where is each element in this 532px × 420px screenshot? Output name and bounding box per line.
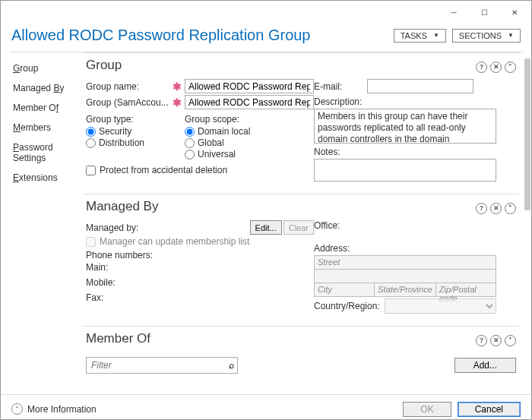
phone-numbers-label: Phone numbers: bbox=[86, 250, 314, 261]
radio-universal-label: Universal bbox=[198, 149, 236, 159]
caret-down-icon: ▼ bbox=[508, 32, 514, 39]
country-label: Country/Region: bbox=[314, 301, 380, 311]
chevron-up-icon[interactable]: ˄ bbox=[11, 403, 23, 415]
ok-button: OK bbox=[403, 402, 451, 417]
add-button[interactable]: Add... bbox=[454, 358, 516, 373]
sidebar-item-member-of[interactable]: Member Of bbox=[13, 98, 83, 118]
collapse-icon[interactable]: ˄ bbox=[505, 335, 516, 346]
notes-label: Notes: bbox=[314, 147, 516, 157]
main-content: Group ? ✕ ˄ Group name: ✱ Group (SamAcco… bbox=[83, 52, 531, 394]
header: Allowed RODC Password Replication Group … bbox=[1, 24, 531, 52]
sidebar-item-extensions[interactable]: Extensions bbox=[13, 168, 83, 188]
manager-update-label: Manager can update membership list bbox=[100, 236, 249, 247]
protect-label: Protect from accidental deletion bbox=[100, 165, 227, 175]
description-textarea[interactable]: Members in this group can have their pas… bbox=[314, 109, 496, 144]
section-member-of: Member Of ? ✕ ˄ ⌕ Add... bbox=[83, 326, 519, 378]
scrollbar-thumb[interactable] bbox=[524, 58, 530, 210]
group-name-label: Group name: bbox=[86, 81, 169, 92]
city-input[interactable]: City bbox=[314, 283, 375, 297]
help-icon[interactable]: ? bbox=[476, 203, 487, 214]
radio-domain-local[interactable] bbox=[185, 127, 195, 137]
required-icon: ✱ bbox=[169, 81, 185, 93]
main-phone-label: Main: bbox=[86, 262, 108, 273]
group-type-label: Group type: bbox=[86, 114, 185, 125]
manager-update-checkbox bbox=[86, 237, 96, 247]
group-sam-input[interactable] bbox=[185, 95, 314, 109]
tasks-label: TASKS bbox=[401, 31, 427, 40]
country-select bbox=[385, 298, 496, 314]
radio-domain-label: Domain local bbox=[198, 126, 250, 137]
sidebar: Group Managed By Member Of Members Passw… bbox=[1, 52, 83, 394]
caret-down-icon: ▼ bbox=[433, 32, 439, 39]
protect-checkbox[interactable] bbox=[86, 166, 96, 175]
email-input[interactable] bbox=[367, 79, 473, 93]
help-icon[interactable]: ? bbox=[476, 62, 487, 73]
edit-button[interactable]: Edit... bbox=[250, 220, 282, 235]
radio-distribution[interactable] bbox=[86, 138, 96, 148]
filter-box[interactable]: ⌕ bbox=[86, 357, 238, 374]
description-label: Description: bbox=[314, 96, 516, 107]
radio-global-label: Global bbox=[198, 137, 224, 148]
close-section-icon[interactable]: ✕ bbox=[490, 62, 502, 73]
office-label: Office: bbox=[314, 220, 340, 231]
fax-label: Fax: bbox=[86, 292, 103, 303]
collapse-icon[interactable]: ˄ bbox=[505, 62, 516, 73]
radio-security-label: Security bbox=[99, 126, 131, 137]
tasks-dropdown[interactable]: TASKS ▼ bbox=[394, 29, 446, 43]
address-label: Address: bbox=[314, 243, 516, 254]
cancel-button[interactable]: Cancel bbox=[458, 402, 521, 417]
radio-security[interactable] bbox=[86, 127, 96, 137]
sidebar-item-managed-by[interactable]: Managed By bbox=[13, 78, 83, 98]
mobile-phone-label: Mobile: bbox=[86, 277, 116, 288]
help-icon[interactable]: ? bbox=[476, 335, 487, 346]
required-icon: ✱ bbox=[169, 96, 185, 109]
search-icon[interactable]: ⌕ bbox=[229, 360, 234, 371]
group-sam-label: Group (SamAccou... bbox=[86, 97, 169, 108]
minimize-button[interactable]: ─ bbox=[439, 2, 469, 23]
close-section-icon[interactable]: ✕ bbox=[490, 335, 502, 346]
street-input[interactable]: Street bbox=[314, 255, 496, 270]
section-managed-by: Managed By ? ✕ ˄ Managed by: Edit... Cle… bbox=[83, 194, 519, 318]
sections-dropdown[interactable]: SECTIONS ▼ bbox=[452, 29, 521, 43]
close-section-icon[interactable]: ✕ bbox=[490, 203, 502, 214]
state-input[interactable]: State/Province bbox=[374, 283, 436, 297]
managedby-label: Managed by: bbox=[86, 223, 147, 233]
radio-global[interactable] bbox=[185, 138, 195, 148]
zip-input[interactable]: Zip/Postal code bbox=[435, 283, 496, 297]
group-name-input[interactable] bbox=[185, 79, 314, 93]
clear-button: Clear bbox=[283, 220, 314, 235]
titlebar: ─ ☐ ✕ bbox=[1, 1, 531, 24]
sidebar-item-members[interactable]: Members bbox=[13, 118, 83, 137]
address-grid: Street City State/Province Zip/Postal co… bbox=[314, 255, 496, 296]
collapse-icon[interactable]: ˄ bbox=[505, 203, 516, 214]
body: Group Managed By Member Of Members Passw… bbox=[1, 52, 531, 394]
footer: ˄ More Information OK Cancel bbox=[1, 394, 531, 420]
more-info-link[interactable]: More Information bbox=[27, 404, 97, 415]
maximize-button[interactable]: ☐ bbox=[469, 2, 499, 23]
section-heading-managedby: Managed By bbox=[86, 199, 473, 214]
section-group: Group ? ✕ ˄ Group name: ✱ Group (SamAcco… bbox=[83, 52, 519, 186]
radio-distribution-label: Distribution bbox=[99, 137, 144, 148]
group-scope-label: Group scope: bbox=[185, 114, 250, 125]
notes-textarea[interactable] bbox=[314, 159, 496, 182]
page-title: Allowed RODC Password Replication Group bbox=[11, 27, 388, 44]
email-label: E-mail: bbox=[314, 81, 367, 92]
street-line2[interactable] bbox=[314, 269, 496, 283]
sections-label: SECTIONS bbox=[459, 31, 502, 40]
sidebar-item-password-settings[interactable]: Password Settings bbox=[13, 137, 83, 168]
sidebar-item-group[interactable]: Group bbox=[13, 58, 83, 78]
section-heading-group: Group bbox=[86, 58, 473, 73]
radio-universal[interactable] bbox=[185, 150, 195, 159]
section-heading-memberof: Member Of bbox=[86, 331, 473, 346]
close-button[interactable]: ✕ bbox=[499, 2, 530, 23]
filter-input[interactable] bbox=[90, 359, 229, 371]
vertical-scrollbar[interactable] bbox=[522, 54, 531, 388]
